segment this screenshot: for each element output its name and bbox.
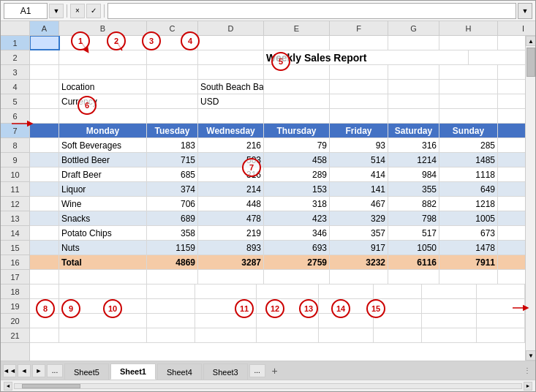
cell-B9-label[interactable]: Bottled Beer	[59, 153, 147, 167]
cell-F21[interactable]	[319, 328, 374, 342]
cell-E9[interactable]: 458	[264, 153, 330, 167]
sheet-tab-Sheet3[interactable]: Sheet3	[203, 363, 248, 380]
add-sheet-btn[interactable]: +	[268, 364, 282, 377]
cell-E17[interactable]	[264, 270, 330, 284]
cell-H21[interactable]	[422, 328, 477, 342]
tab-nav-prev[interactable]: ◄	[18, 364, 31, 377]
cell-E10[interactable]: 289	[264, 167, 330, 181]
cell-C2[interactable]	[147, 50, 198, 64]
cell-D11[interactable]: 214	[198, 182, 264, 196]
cell-A10[interactable]	[30, 167, 59, 181]
row-header-17[interactable]: 17	[1, 270, 29, 284]
row-header-18[interactable]: 18	[1, 284, 29, 299]
row-header-19[interactable]: 19	[1, 299, 29, 314]
cell-H8[interactable]: 285	[439, 138, 498, 152]
cell-D20[interactable]	[195, 314, 257, 328]
cell-G9[interactable]: 1214	[388, 153, 439, 167]
cell-A15[interactable]	[30, 241, 59, 255]
cell-C5[interactable]	[147, 94, 198, 108]
cell-D14[interactable]: 219	[198, 226, 264, 240]
cell-I12[interactable]: 1347	[498, 197, 525, 211]
cell-A2[interactable]	[30, 50, 59, 64]
cell-A16[interactable]	[30, 255, 59, 269]
cell-G21[interactable]	[374, 328, 422, 342]
col-header-B[interactable]: B	[59, 21, 147, 35]
cell-C3[interactable]	[147, 65, 198, 79]
cell-E1[interactable]	[264, 36, 330, 50]
sheet-tab-Sheet1[interactable]: Sheet1	[110, 363, 156, 380]
col-header-I[interactable]: I	[498, 21, 535, 35]
cell-A14[interactable]	[30, 226, 59, 240]
cell-H9[interactable]: 1485	[439, 153, 498, 167]
cell-B6[interactable]	[59, 109, 147, 123]
cell-I8[interactable]: 265	[498, 138, 525, 152]
row-header-1[interactable]: 1	[1, 36, 29, 50]
cell-H6[interactable]	[439, 109, 498, 123]
cell-A8[interactable]	[30, 138, 59, 152]
cell-D5[interactable]: USD	[198, 94, 264, 108]
cancel-btn[interactable]: ×	[70, 4, 85, 18]
h-scroll-right-btn[interactable]: ►	[524, 382, 532, 391]
cell-I13[interactable]: 1154	[498, 211, 525, 225]
row-header-16[interactable]: 16	[1, 255, 29, 270]
cell-F12[interactable]: 467	[330, 197, 388, 211]
cell-G12[interactable]: 882	[388, 197, 439, 211]
cell-E12[interactable]: 318	[264, 197, 330, 211]
row-header-6[interactable]: 6	[1, 109, 29, 124]
cell-F4[interactable]	[330, 80, 388, 94]
cell-E6[interactable]	[264, 109, 330, 123]
cell-C21[interactable]	[147, 328, 195, 342]
row-header-13[interactable]: 13	[1, 211, 29, 226]
cell-C6[interactable]	[147, 109, 198, 123]
cell-E13[interactable]: 423	[264, 211, 330, 225]
scrollbar-track[interactable]	[526, 46, 535, 350]
cell-D10[interactable]: 316	[198, 167, 264, 181]
cell-E5[interactable]	[264, 94, 330, 108]
cell-A19[interactable]	[30, 299, 59, 313]
col-header-H[interactable]: H	[439, 21, 498, 35]
cell-A7[interactable]	[30, 124, 59, 137]
cell-I7[interactable]	[498, 124, 525, 137]
cell-D9[interactable]: 503	[198, 153, 264, 167]
cell-I15[interactable]: 1512	[498, 241, 525, 255]
h-scroll-thumb[interactable]	[22, 384, 80, 388]
col-header-D[interactable]: D	[198, 21, 264, 35]
cell-E18[interactable]	[257, 284, 319, 298]
cell-E11[interactable]: 153	[264, 182, 330, 196]
row-header-9[interactable]: 9	[1, 153, 29, 167]
cell-I16[interactable]: 8050	[498, 255, 525, 269]
cell-D19[interactable]	[195, 299, 257, 313]
cell-F17[interactable]	[330, 270, 388, 284]
row-header-8[interactable]: 8	[1, 138, 29, 153]
cell-D2[interactable]	[198, 50, 264, 64]
cell-C15[interactable]: 1159	[147, 241, 198, 255]
cell-B3[interactable]	[59, 65, 147, 79]
cell-B4[interactable]: Location	[59, 80, 147, 94]
cell-B11-label[interactable]: Liquor	[59, 182, 147, 196]
col-header-G[interactable]: G	[388, 21, 439, 35]
cell-F5[interactable]	[330, 94, 388, 108]
cell-F3[interactable]	[330, 65, 388, 79]
cell-H12[interactable]: 1218	[439, 197, 498, 211]
cell-H11[interactable]: 649	[439, 182, 498, 196]
cell-I3[interactable]	[498, 65, 525, 79]
cell-D17[interactable]	[198, 270, 264, 284]
cell-B19[interactable]	[59, 299, 147, 313]
cell-E2[interactable]: Weekly Sales Report	[264, 50, 469, 64]
cell-A11[interactable]	[30, 182, 59, 196]
cell-E4[interactable]	[264, 80, 330, 94]
col-header-A[interactable]: A	[30, 21, 59, 35]
cell-B17[interactable]	[59, 270, 147, 284]
dropdown-btn[interactable]: ▼	[49, 4, 64, 18]
cell-F7[interactable]: Friday	[330, 124, 388, 137]
formula-input[interactable]	[107, 3, 516, 19]
cell-G4[interactable]	[388, 80, 439, 94]
cell-D18[interactable]	[195, 284, 257, 298]
cell-A13[interactable]	[30, 211, 59, 225]
cell-E7[interactable]: Thursday	[264, 124, 330, 137]
cell-E15[interactable]: 693	[264, 241, 330, 255]
col-header-C[interactable]: C	[147, 21, 198, 35]
cell-F14[interactable]: 357	[330, 226, 388, 240]
cell-G11[interactable]: 355	[388, 182, 439, 196]
cell-G19[interactable]	[374, 299, 422, 313]
